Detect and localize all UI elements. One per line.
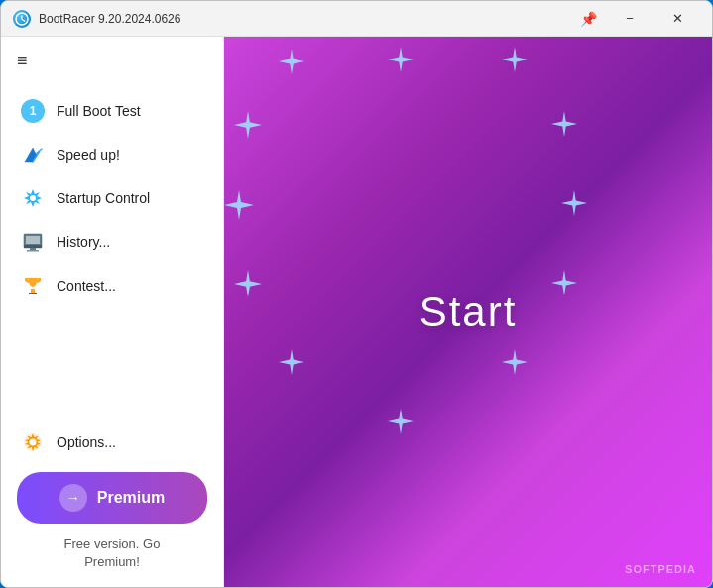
number-1-icon: 1 [21,99,45,123]
contest-label: Contest... [57,278,116,294]
premium-arrow-icon: → [59,484,87,512]
svg-rect-5 [27,250,39,252]
sidebar: ≡ 1 Full Boot Test [1,37,224,587]
softpedia-watermark: SOFTPEDIA [625,563,696,575]
startup-control-label: Startup Control [57,190,150,206]
star-3 [234,111,262,139]
svg-rect-8 [29,293,37,294]
history-icon [21,230,45,254]
hamburger-icon[interactable]: ≡ [17,51,28,70]
sidebar-nav: 1 Full Boot Test Speed up! [1,85,223,412]
star-6 [561,190,587,216]
options-label: Options... [57,434,116,450]
full-boot-test-icon: 1 [21,99,45,123]
sidebar-item-full-boot-test[interactable]: 1 Full Boot Test [1,89,223,133]
sidebar-item-history[interactable]: History... [1,220,223,264]
main-content: ≡ 1 Full Boot Test [1,37,712,587]
full-boot-test-label: Full Boot Test [57,103,141,119]
sidebar-bottom: Options... → Premium Free version. GoPre… [1,412,223,587]
content-area: Start SOFTPEDIA [224,37,712,587]
pin-icon: 📌 [580,11,597,27]
premium-button[interactable]: → Premium [17,472,207,524]
titlebar-left: BootRacer 9.20.2024.0626 [13,10,180,28]
app-icon [13,10,31,28]
star-2 [502,47,528,72]
speed-up-label: Speed up! [57,147,120,163]
star-1 [388,47,414,72]
close-button[interactable]: ✕ [654,3,700,35]
sidebar-item-options[interactable]: Options... [17,424,207,460]
titlebar-title: BootRacer 9.20.2024.0626 [39,12,180,26]
sidebar-item-speed-up[interactable]: Speed up! [1,133,223,176]
contest-icon [21,274,45,297]
star-9 [279,349,304,375]
star-11 [388,409,414,434]
star-8 [551,270,577,295]
titlebar: BootRacer 9.20.2024.0626 📌 − ✕ [1,1,712,37]
premium-label: Premium [97,489,165,507]
svg-rect-3 [24,245,42,248]
svg-rect-7 [31,289,35,293]
star-10 [502,349,528,375]
star-4 [551,111,577,137]
svg-point-1 [30,195,36,201]
speed-up-icon [21,143,45,167]
startup-control-icon [21,186,45,210]
main-window: BootRacer 9.20.2024.0626 📌 − ✕ ≡ 1 Full … [0,0,713,588]
minimize-button[interactable]: − [607,3,653,35]
sidebar-header: ≡ [1,37,223,85]
svg-point-10 [30,438,37,445]
svg-rect-6 [26,236,40,244]
star-5 [224,190,254,220]
star-0 [279,49,304,74]
start-text[interactable]: Start [419,289,518,336]
star-7 [234,270,262,297]
sidebar-item-contest[interactable]: Contest... [1,264,223,307]
free-version-text: Free version. GoPremium! [17,535,207,571]
sidebar-item-startup-control[interactable]: Startup Control [1,176,223,220]
titlebar-controls: 📌 − ✕ [580,3,700,35]
history-label: History... [57,234,110,250]
options-icon [21,430,45,454]
